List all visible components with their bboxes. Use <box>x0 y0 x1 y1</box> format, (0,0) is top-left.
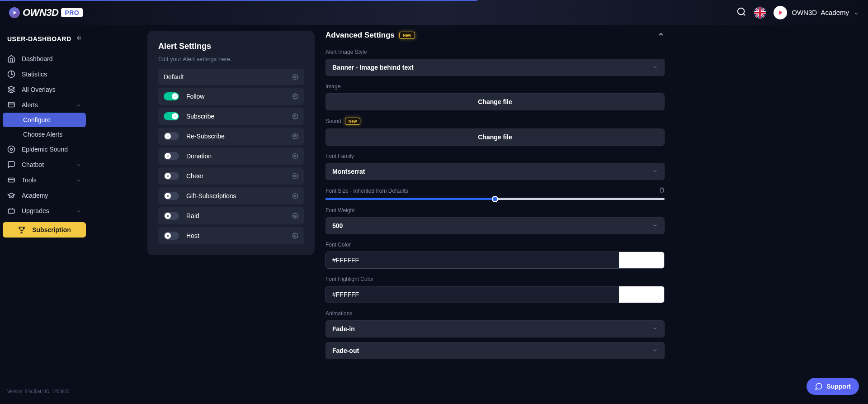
font-color-row <box>326 252 665 269</box>
toggle[interactable] <box>164 212 179 220</box>
toggle[interactable] <box>164 132 179 140</box>
chevron-down-icon <box>652 222 658 229</box>
font-highlight-color-swatch[interactable] <box>619 286 664 303</box>
toggle[interactable] <box>164 112 179 120</box>
select-font-weight[interactable]: 500 <box>326 217 665 234</box>
sidebar-subitem-configure[interactable]: Configure <box>3 113 86 127</box>
logo-pro-badge: PRO <box>61 8 83 17</box>
alert-row[interactable]: Default <box>158 69 304 85</box>
alert-row[interactable]: Gift-Subscriptions <box>158 187 304 204</box>
sidebar-item-label: Dashboard <box>22 55 53 62</box>
font-highlight-color-input[interactable] <box>326 286 619 303</box>
toggle[interactable] <box>164 92 179 100</box>
chevron-down-icon <box>76 177 81 183</box>
logo[interactable]: OWN3D PRO <box>9 7 83 19</box>
alert-settings-subtitle: Edit your Alert settings here. <box>158 56 304 62</box>
alert-settings-panel: Alert Settings Edit your Alert settings … <box>147 31 315 255</box>
field-font-size: Font Size - Inherited from Defaults <box>326 187 665 200</box>
sidebar-item-epidemic[interactable]: Epidemic Sound <box>3 142 86 157</box>
font-size-slider[interactable] <box>326 198 665 200</box>
gear-icon[interactable] <box>292 93 298 100</box>
toggle[interactable] <box>164 232 179 240</box>
gear-icon[interactable] <box>292 193 298 199</box>
gear-icon[interactable] <box>292 153 298 159</box>
toggle[interactable] <box>164 192 179 200</box>
svg-line-1 <box>744 14 745 15</box>
tools-icon <box>7 176 15 184</box>
svg-point-18 <box>294 95 296 97</box>
font-highlight-color-row <box>326 286 665 303</box>
sidebar-item-label: Academy <box>22 192 48 199</box>
svg-rect-12 <box>8 209 14 213</box>
sidebar-item-label: Tools <box>22 176 37 184</box>
field-label: Font Family <box>326 153 665 159</box>
sidebar-item-label: Upgrades <box>22 207 49 214</box>
bell-icon <box>7 101 15 109</box>
svg-point-15 <box>294 76 296 78</box>
search-icon[interactable] <box>736 7 746 19</box>
select-font-family[interactable]: Montserrat <box>326 163 665 180</box>
sidebar-item-chatbot[interactable]: Chatbot <box>3 157 86 172</box>
font-color-input[interactable] <box>326 252 619 268</box>
field-animations: Animations Fade-in Fade-out <box>326 310 665 359</box>
chevron-down-icon <box>76 208 81 214</box>
sidebar-item-academy[interactable]: Academy <box>3 188 86 203</box>
alert-row[interactable]: Cheer <box>158 167 304 185</box>
advanced-header: Advanced Settings New <box>326 31 665 40</box>
field-label: Image <box>326 83 665 90</box>
alert-row[interactable]: Raid <box>158 207 304 224</box>
support-button[interactable]: Support <box>807 378 859 395</box>
alert-row[interactable]: Donation <box>158 147 304 165</box>
chevron-down-icon <box>652 325 658 333</box>
svg-point-9 <box>10 148 13 151</box>
language-selector[interactable] <box>754 6 766 19</box>
alert-row[interactable]: Follow <box>158 88 304 105</box>
chart-icon <box>7 70 15 78</box>
gear-icon[interactable] <box>292 133 298 139</box>
trash-icon[interactable] <box>659 187 665 194</box>
alert-row[interactable]: Host <box>158 227 304 244</box>
select-animation-in[interactable]: Fade-in <box>326 320 665 337</box>
gear-icon[interactable] <box>292 113 298 119</box>
field-image: Image Change file <box>326 83 665 110</box>
sidebar-collapse-icon[interactable] <box>75 35 81 43</box>
field-label: Alert Image Style <box>326 49 665 55</box>
select-alert-image-style[interactable]: Banner - Image behind text <box>326 59 665 76</box>
gear-icon[interactable] <box>292 213 298 219</box>
alert-label: Host <box>186 232 292 239</box>
sidebar-item-statistics[interactable]: Statistics <box>3 67 86 82</box>
toggle[interactable] <box>164 152 179 160</box>
sidebar-item-subscription[interactable]: Subscription <box>3 222 86 238</box>
sidebar-subitem-choose-alerts[interactable]: Choose Alerts <box>3 127 86 142</box>
change-file-button[interactable]: Change file <box>326 128 665 146</box>
sidebar-item-alerts[interactable]: Alerts <box>3 97 86 113</box>
slider-thumb[interactable] <box>492 196 498 202</box>
alert-label: Re-Subscribe <box>186 133 292 140</box>
user-avatar <box>774 6 787 19</box>
alert-row[interactable]: Subscribe <box>158 108 304 125</box>
gear-icon[interactable] <box>292 173 298 179</box>
change-file-button[interactable]: Change file <box>326 93 665 110</box>
field-font-color: Font Color <box>326 242 665 269</box>
sidebar-subitem-label: Choose Alerts <box>23 131 62 138</box>
collapse-icon[interactable] <box>657 31 665 40</box>
sidebar-item-upgrades[interactable]: Upgrades <box>3 203 86 219</box>
sidebar-item-tools[interactable]: Tools <box>3 172 86 188</box>
sidebar-item-overlays[interactable]: All Overlays <box>3 82 86 97</box>
user-menu[interactable]: OWN3D_Academy <box>774 6 859 19</box>
svg-rect-6 <box>8 102 14 107</box>
font-color-swatch[interactable] <box>619 252 664 268</box>
field-font-weight: Font Weight 500 <box>326 207 665 234</box>
select-animation-out[interactable]: Fade-out <box>326 342 665 359</box>
alert-row[interactable]: Re-Subscribe <box>158 128 304 145</box>
upgrades-icon <box>7 207 15 215</box>
svg-point-0 <box>738 8 745 14</box>
chevron-down-icon <box>76 162 81 167</box>
sidebar-item-dashboard[interactable]: Dashboard <box>3 51 86 67</box>
gear-icon[interactable] <box>292 74 298 80</box>
alert-label: Donation <box>186 152 292 160</box>
gear-icon[interactable] <box>292 233 298 239</box>
svg-marker-5 <box>8 86 15 90</box>
toggle[interactable] <box>164 172 179 180</box>
new-badge: New <box>345 118 361 125</box>
